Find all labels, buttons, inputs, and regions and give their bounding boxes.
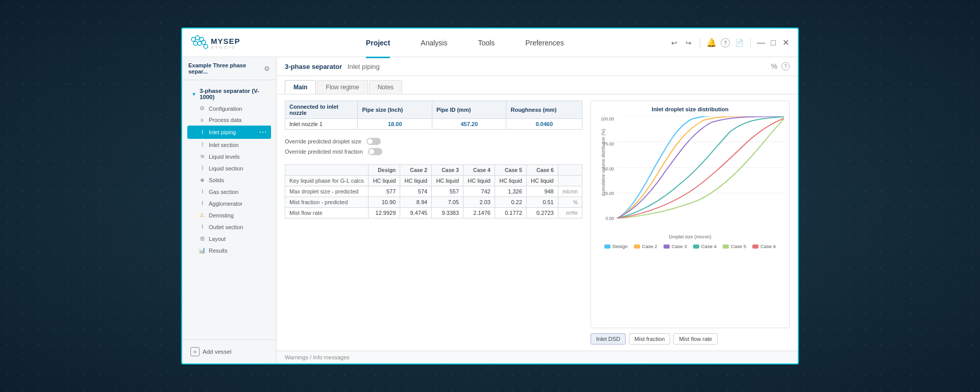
sidebar-item-label: Outlet section: [209, 224, 243, 230]
pipesize-input[interactable]: [360, 121, 430, 127]
add-icon: +: [190, 347, 200, 356]
pipeid-cell[interactable]: [432, 119, 506, 130]
sidebar-footer: + Add vessel: [182, 339, 276, 363]
svg-point-0: [191, 37, 195, 41]
outletsection-icon: ⌇: [199, 224, 206, 230]
row-case4: 742: [463, 186, 495, 197]
tab-notes[interactable]: Notes: [369, 80, 402, 94]
sidebar-item-inletsection[interactable]: ⌇ Inlet section: [187, 139, 271, 151]
roughness-cell[interactable]: [506, 119, 582, 130]
row-case3: HC liquid: [432, 176, 463, 186]
svg-point-6: [204, 44, 208, 48]
legend-label-design: Design: [612, 243, 628, 249]
right-panel: Inlet droplet size distribution 100.00 7…: [591, 101, 790, 345]
pipesize-cell[interactable]: [358, 119, 432, 130]
x-axis-label: Droplet size (micron): [596, 234, 784, 239]
row-case3: 557: [432, 186, 463, 197]
sidebar-item-agglomerator[interactable]: ⌇ Agglomerator: [187, 198, 271, 209]
title-bar-actions: ↩ ↪ 🔔 ? 📄 — □ ✕: [669, 38, 790, 48]
sidebar-item-results[interactable]: 📊 Results: [187, 244, 271, 256]
nav-tools[interactable]: Tools: [478, 37, 495, 49]
row-case6: 948: [526, 186, 558, 197]
bell-icon[interactable]: 🔔: [706, 38, 717, 48]
tab-flowregime[interactable]: Flow regime: [317, 80, 368, 94]
content-help-icon[interactable]: ?: [781, 62, 790, 70]
title-bar: MYSEP STUDIO Project Analysis Tools Pref…: [182, 29, 798, 57]
svg-point-3: [193, 41, 198, 45]
sidebar-item-layout[interactable]: ⊞ Layout: [187, 233, 271, 244]
sidebar-item-inletpiping[interactable]: ⌇ Inlet piping ⋯: [187, 126, 271, 139]
sidebar-item-liquidsection[interactable]: ⌇ Liquid section: [187, 162, 271, 174]
btn-mist-flowrate[interactable]: Mist flow rate: [673, 333, 718, 345]
tab-main[interactable]: Main: [285, 80, 316, 94]
undo-icon[interactable]: ↩: [669, 38, 679, 48]
app-window: MYSEP STUDIO Project Analysis Tools Pref…: [181, 28, 799, 364]
row-case2: HC liquid: [400, 176, 432, 186]
dt-col-unit: [558, 165, 582, 176]
toggle-dropletsize-label: Override predicted droplet size: [285, 138, 361, 144]
row-design: 12.9929: [369, 208, 400, 218]
help-icon[interactable]: ?: [721, 38, 730, 47]
pipe-table: Connected to inlet nozzle Pipe size (Inc…: [285, 101, 582, 130]
results-icon: 📊: [199, 247, 206, 254]
toggle-dropletsize-switch[interactable]: [366, 138, 381, 145]
add-vessel-button[interactable]: + Add vessel: [187, 345, 271, 358]
toggle-mistfraction-switch[interactable]: [368, 148, 382, 155]
nav-project[interactable]: Project: [366, 37, 390, 49]
minimize-button[interactable]: —: [757, 39, 765, 47]
warnings-label: Warnings / Info messages: [285, 354, 350, 360]
chart-title: Inlet droplet size distribution: [596, 106, 784, 112]
sidebar-item-solids[interactable]: ◈ Solids: [187, 174, 271, 186]
sidebar-item-gassection[interactable]: ⌇ Gas section: [187, 186, 271, 198]
chart-svg: 0.00 500.00 1,000.00: [617, 116, 784, 218]
sidebar-item-label: Process data: [209, 117, 241, 123]
percent-icon[interactable]: %: [771, 62, 777, 70]
logo-title: MYSEP: [211, 37, 240, 45]
sidebar-root-item[interactable]: ▼ 3-phase separator (V-1000): [187, 85, 271, 103]
layout-icon: ⊞: [199, 235, 206, 242]
nav-analysis[interactable]: Analysis: [421, 37, 447, 49]
processdata-icon: ≡: [199, 117, 206, 123]
legend-design: Design: [604, 243, 628, 249]
svg-point-1: [195, 36, 200, 40]
dots-menu-icon[interactable]: ⋯: [259, 128, 267, 136]
table-row: Inlet nozzle 1: [285, 119, 582, 130]
pipeid-input[interactable]: [434, 121, 504, 127]
sidebar-item-label: Inlet section: [209, 142, 239, 148]
sidebar-item-label: Results: [209, 248, 228, 254]
data-table-container: Design Case 2 Case 3 Case 4 Case 5 Case …: [285, 164, 582, 218]
sidebar-item-processdata[interactable]: ≡ Process data: [187, 114, 271, 126]
sidebar-item-demisting[interactable]: ⚠ Demisting: [187, 209, 271, 221]
solids-icon: ◈: [199, 177, 206, 183]
sidebar-item-configuration[interactable]: ⚙ Configuration: [187, 103, 271, 114]
close-button[interactable]: ✕: [781, 39, 790, 47]
dt-col-design: Design: [369, 165, 400, 176]
legend-case4: Case 4: [693, 243, 717, 249]
btn-mist-fraction[interactable]: Mist fraction: [629, 333, 670, 345]
table-row: Max droplet size - predicted 577 574 557…: [285, 186, 582, 197]
divider2: [750, 38, 751, 48]
nav-preferences[interactable]: Preferences: [525, 37, 564, 49]
maximize-button[interactable]: □: [769, 39, 777, 47]
row-case4: HC liquid: [463, 176, 495, 186]
row-case2: 9.4745: [400, 208, 432, 218]
divider: [700, 38, 700, 48]
y-tick: 0.00: [605, 216, 614, 221]
legend-case6: Case 6: [752, 243, 776, 249]
doc-icon[interactable]: 📄: [734, 38, 744, 48]
btn-inlet-dsd[interactable]: Inlet DSD: [591, 333, 626, 345]
legend-case3: Case 3: [664, 243, 687, 249]
svg-point-5: [202, 40, 206, 44]
y-axis-labels: 100.00 75.00 50.00 25.00 0.00: [596, 116, 616, 221]
sidebar-item-outletsection[interactable]: ⌇ Outlet section: [187, 221, 271, 233]
redo-icon[interactable]: ↪: [683, 38, 694, 48]
settings-icon[interactable]: ⚙: [264, 65, 270, 72]
row-case3: 7.05: [432, 197, 463, 208]
roughness-input[interactable]: [508, 121, 580, 127]
dt-col-label: [285, 165, 369, 176]
sidebar-item-liquidlevels[interactable]: ≋ Liquid levels: [187, 151, 271, 162]
row-case4: 2.1476: [463, 208, 495, 218]
chevron-down-icon: ▼: [191, 91, 197, 97]
legend-color-case6: [752, 244, 758, 249]
legend-case5: Case 5: [723, 243, 746, 249]
